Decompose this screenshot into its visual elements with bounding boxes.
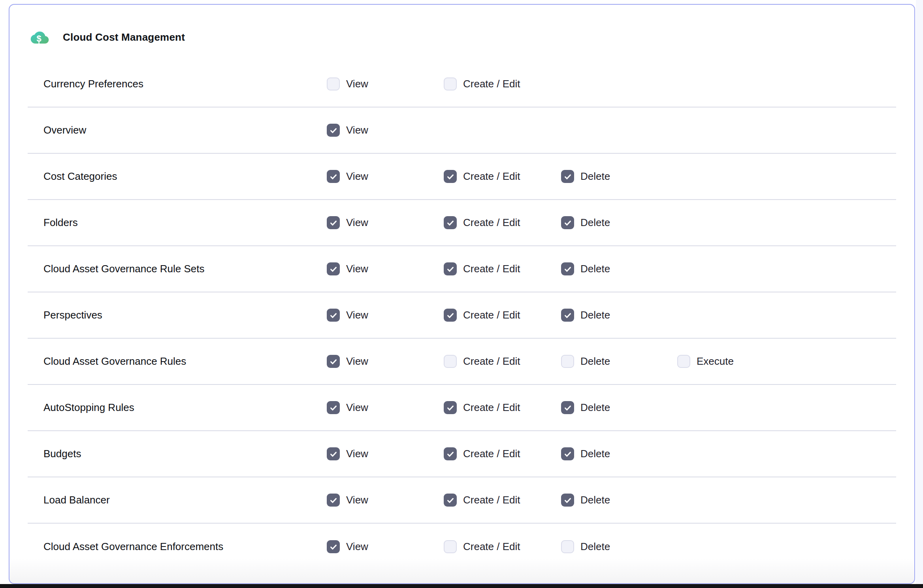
create-edit-checkbox[interactable] (444, 355, 457, 368)
delete-checkbox-cell[interactable]: Delete (561, 540, 677, 553)
create-edit-checkbox-label[interactable]: Create / Edit (463, 263, 520, 275)
create-edit-checkbox-label[interactable]: Create / Edit (463, 170, 520, 183)
resource-label: Cost Categories (43, 170, 327, 183)
view-checkbox[interactable] (327, 216, 340, 229)
delete-checkbox[interactable] (561, 447, 574, 460)
view-checkbox-label[interactable]: View (346, 170, 368, 183)
create-edit-checkbox-cell[interactable]: Create / Edit (444, 401, 561, 414)
create-edit-checkbox-label[interactable]: Create / Edit (463, 494, 520, 506)
delete-checkbox-cell[interactable]: Delete (561, 216, 677, 229)
delete-checkbox-label[interactable]: Delete (580, 494, 610, 506)
delete-checkbox-cell[interactable]: Delete (561, 170, 677, 183)
create-edit-checkbox-label[interactable]: Create / Edit (463, 217, 520, 229)
permission-rows: Currency PreferencesViewCreate / EditOve… (9, 61, 914, 570)
delete-checkbox-label[interactable]: Delete (580, 309, 610, 321)
view-checkbox-cell[interactable]: View (327, 540, 444, 553)
delete-checkbox[interactable] (561, 401, 574, 414)
delete-checkbox[interactable] (561, 355, 574, 368)
create-edit-checkbox[interactable] (444, 216, 457, 229)
view-checkbox-cell[interactable]: View (327, 262, 444, 275)
view-checkbox-label[interactable]: View (346, 263, 368, 275)
delete-checkbox-label[interactable]: Delete (580, 448, 610, 460)
view-checkbox[interactable] (327, 77, 340, 90)
permission-row: Cloud Asset Governance Rule SetsViewCrea… (28, 246, 896, 292)
view-checkbox[interactable] (327, 124, 340, 137)
view-checkbox-cell[interactable]: View (327, 216, 444, 229)
execute-checkbox-label[interactable]: Execute (697, 355, 734, 368)
view-checkbox[interactable] (327, 170, 340, 183)
view-checkbox-label[interactable]: View (346, 494, 368, 506)
delete-checkbox[interactable] (561, 540, 574, 553)
permission-row: Load BalancerViewCreate / EditDelete (28, 477, 896, 524)
create-edit-checkbox[interactable] (444, 170, 457, 183)
view-checkbox-cell[interactable]: View (327, 124, 444, 137)
create-edit-checkbox-label[interactable]: Create / Edit (463, 541, 520, 553)
create-edit-checkbox-cell[interactable]: Create / Edit (444, 309, 561, 322)
create-edit-checkbox-label[interactable]: Create / Edit (463, 309, 520, 321)
view-checkbox-cell[interactable]: View (327, 309, 444, 322)
create-edit-checkbox[interactable] (444, 494, 457, 507)
view-checkbox-cell[interactable]: View (327, 77, 444, 90)
create-edit-checkbox-cell[interactable]: Create / Edit (444, 447, 561, 460)
delete-checkbox[interactable] (561, 262, 574, 275)
delete-checkbox-cell[interactable]: Delete (561, 494, 677, 507)
create-edit-checkbox-cell[interactable]: Create / Edit (444, 77, 561, 90)
create-edit-checkbox-label[interactable]: Create / Edit (463, 401, 520, 414)
view-checkbox-cell[interactable]: View (327, 355, 444, 368)
delete-checkbox-label[interactable]: Delete (580, 263, 610, 275)
view-checkbox-label[interactable]: View (346, 541, 368, 553)
view-checkbox-cell[interactable]: View (327, 447, 444, 460)
create-edit-checkbox-cell[interactable]: Create / Edit (444, 262, 561, 275)
view-checkbox-label[interactable]: View (346, 401, 368, 414)
view-checkbox-cell[interactable]: View (327, 170, 444, 183)
view-checkbox-label[interactable]: View (346, 124, 368, 136)
delete-checkbox[interactable] (561, 494, 574, 507)
view-checkbox-label[interactable]: View (346, 217, 368, 229)
create-edit-checkbox[interactable] (444, 77, 457, 90)
view-checkbox[interactable] (327, 355, 340, 368)
create-edit-checkbox[interactable] (444, 447, 457, 460)
delete-checkbox-cell[interactable]: Delete (561, 401, 677, 414)
delete-checkbox-label[interactable]: Delete (580, 170, 610, 183)
create-edit-checkbox[interactable] (444, 309, 457, 322)
view-checkbox-label[interactable]: View (346, 78, 368, 90)
view-checkbox[interactable] (327, 447, 340, 460)
delete-checkbox-label[interactable]: Delete (580, 217, 610, 229)
delete-checkbox-cell[interactable]: Delete (561, 447, 677, 460)
delete-checkbox[interactable] (561, 170, 574, 183)
view-checkbox-label[interactable]: View (346, 448, 368, 460)
view-checkbox[interactable] (327, 540, 340, 553)
view-checkbox-cell[interactable]: View (327, 401, 444, 414)
delete-checkbox-cell[interactable]: Delete (561, 355, 677, 368)
view-checkbox[interactable] (327, 262, 340, 275)
create-edit-checkbox[interactable] (444, 401, 457, 414)
delete-checkbox-label[interactable]: Delete (580, 355, 610, 368)
create-edit-checkbox-cell[interactable]: Create / Edit (444, 355, 561, 368)
svg-text:$: $ (37, 34, 41, 43)
view-checkbox[interactable] (327, 494, 340, 507)
execute-checkbox-cell[interactable]: Execute (677, 355, 896, 368)
delete-checkbox[interactable] (561, 216, 574, 229)
view-checkbox-cell[interactable]: View (327, 494, 444, 507)
view-checkbox-label[interactable]: View (346, 355, 368, 368)
view-checkbox[interactable] (327, 309, 340, 322)
delete-checkbox-label[interactable]: Delete (580, 541, 610, 553)
create-edit-checkbox-cell[interactable]: Create / Edit (444, 494, 561, 507)
create-edit-checkbox-cell[interactable]: Create / Edit (444, 540, 561, 553)
create-edit-checkbox-cell[interactable]: Create / Edit (444, 170, 561, 183)
permission-row: Cost CategoriesViewCreate / EditDelete (28, 154, 896, 200)
view-checkbox[interactable] (327, 401, 340, 414)
permission-row: OverviewView (28, 107, 896, 154)
create-edit-checkbox[interactable] (444, 262, 457, 275)
create-edit-checkbox-label[interactable]: Create / Edit (463, 448, 520, 460)
execute-checkbox[interactable] (677, 355, 690, 368)
create-edit-checkbox[interactable] (444, 540, 457, 553)
create-edit-checkbox-cell[interactable]: Create / Edit (444, 216, 561, 229)
delete-checkbox[interactable] (561, 309, 574, 322)
create-edit-checkbox-label[interactable]: Create / Edit (463, 355, 520, 368)
delete-checkbox-label[interactable]: Delete (580, 401, 610, 414)
view-checkbox-label[interactable]: View (346, 309, 368, 321)
create-edit-checkbox-label[interactable]: Create / Edit (463, 78, 520, 90)
delete-checkbox-cell[interactable]: Delete (561, 262, 677, 275)
delete-checkbox-cell[interactable]: Delete (561, 309, 677, 322)
